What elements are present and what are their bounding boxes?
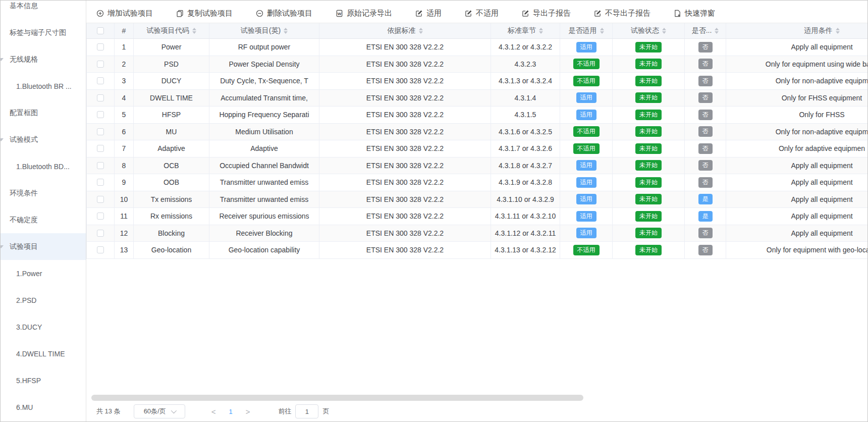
copy-test-item-button[interactable]: 复制试验项目 <box>176 9 233 18</box>
cell-std: ETSI EN 300 328 V2.2.2 <box>319 208 491 225</box>
sidebar-item[interactable]: 试验项目 <box>1 233 86 260</box>
sort-icon[interactable] <box>192 28 196 34</box>
set-not-applicable-button[interactable]: 不适用 <box>465 9 499 18</box>
table-row[interactable]: 9OOBTransmitter unwanted emissETSI EN 30… <box>86 174 867 191</box>
sidebar-item[interactable]: 不确定度 <box>1 206 86 233</box>
sort-icon[interactable] <box>284 28 288 34</box>
sidebar-item[interactable]: 5.HFSP <box>1 367 86 394</box>
table-row[interactable]: 8OCBOccupied Channel BandwidtETSI EN 300… <box>86 157 867 175</box>
sidebar-item[interactable]: 环境条件 <box>1 180 86 206</box>
circle-minus-icon <box>256 10 263 17</box>
row-checkbox[interactable] <box>97 111 104 118</box>
row-checkbox[interactable] <box>97 77 104 84</box>
delete-test-item-button[interactable]: 删除试验项目 <box>256 9 312 18</box>
goto-page-input[interactable] <box>295 404 318 418</box>
sidebar-item[interactable]: 1.Power <box>1 260 86 287</box>
sort-icon[interactable] <box>715 28 719 34</box>
table-row[interactable]: 12BlockingReceiver BlockingETSI EN 300 3… <box>86 225 867 242</box>
sidebar-item[interactable]: 4.DWELL TIME <box>1 340 86 367</box>
row-checkbox[interactable] <box>97 230 104 237</box>
table-row[interactable]: 11Rx emissionsReceiver spurious emission… <box>86 208 867 225</box>
column-header-std[interactable]: 依据标准 <box>319 23 491 38</box>
cell-checkbox <box>86 56 115 73</box>
table-row[interactable]: 5HFSPHopping Frequency SeparatiETSI EN 3… <box>86 107 867 124</box>
sidebar-item[interactable]: 基本信息 <box>1 1 86 19</box>
applicable-badge: 适用 <box>576 177 596 188</box>
row-checkbox[interactable] <box>97 162 104 169</box>
cell-app: 适用 <box>560 157 613 174</box>
cell-clause: 4.3.1.5 <box>491 107 560 123</box>
sidebar-item[interactable]: 3.DUCY <box>1 313 86 340</box>
sort-icon[interactable] <box>662 28 666 34</box>
page-size-select[interactable]: 60条/页 <box>134 404 185 418</box>
status-badge: 未开始 <box>635 245 662 255</box>
cell-app: 不适用 <box>560 56 613 73</box>
sidebar-item[interactable]: 1.Bluetooth BD... <box>1 153 86 180</box>
table-row[interactable]: 1PowerRF output powerETSI EN 300 328 V2.… <box>86 39 867 56</box>
row-checkbox[interactable] <box>97 246 104 253</box>
sidebar-item[interactable]: 配置框图 <box>1 99 86 126</box>
horizontal-scrollbar-thumb[interactable] <box>91 395 583 401</box>
sidebar-item[interactable]: 试验模式 <box>1 126 86 153</box>
status-badge: 未开始 <box>635 126 662 137</box>
prev-page-button[interactable]: < <box>209 407 218 416</box>
toolbar-button-label: 导出子报告 <box>533 9 571 18</box>
goto-label: 前往 <box>278 407 291 416</box>
not-export-sub-report-button[interactable]: 不导出子报告 <box>594 9 650 18</box>
cell-exp: 否 <box>685 90 726 107</box>
sidebar-item[interactable]: 标签与端子尺寸图 <box>1 19 86 46</box>
column-header-code[interactable]: 试验项目代码 <box>134 23 209 38</box>
applicable-badge: 适用 <box>576 92 596 103</box>
row-checkbox[interactable] <box>97 145 104 152</box>
column-header-clause[interactable]: 标准章节 <box>491 23 560 38</box>
sidebar-item[interactable]: 1.Bluetooth BR ... <box>1 73 86 99</box>
cell-name: Duty Cycle, Tx-Sequence, T <box>209 73 319 89</box>
cell-clause: 4.3.1.3 or 4.3.2.4 <box>491 73 560 89</box>
table-row[interactable]: 10Tx emissionsTransmitter unwanted emiss… <box>86 191 867 208</box>
row-checkbox[interactable] <box>97 128 104 135</box>
column-header-name[interactable]: 试验项目(英) <box>209 23 319 38</box>
add-test-item-button[interactable]: 增加试验项目 <box>96 9 153 18</box>
column-header-status[interactable]: 试验状态 <box>613 23 685 38</box>
set-applicable-button[interactable]: 适用 <box>415 9 442 18</box>
row-checkbox[interactable] <box>97 179 104 186</box>
table-row[interactable]: 6MUMedium UtilisationETSI EN 300 328 V2.… <box>86 124 867 141</box>
column-header-app[interactable]: 是否适用 <box>560 23 613 38</box>
export-sub-report-button[interactable]: 导出子报告 <box>522 9 571 18</box>
sort-icon[interactable] <box>600 28 604 34</box>
next-page-button[interactable]: > <box>244 407 252 416</box>
table-row[interactable]: 13Geo-locationGeo-location capabilityETS… <box>86 242 867 259</box>
sidebar-item[interactable]: 6.MU <box>1 394 86 420</box>
column-header-checkbox <box>86 23 115 38</box>
cell-app: 不适用 <box>560 73 613 89</box>
row-checkbox[interactable] <box>97 196 104 203</box>
current-page[interactable]: 1 <box>227 408 234 415</box>
table-row[interactable]: 2PSDPower Special DensityETSI EN 300 328… <box>86 56 867 73</box>
table-row[interactable]: 7AdaptiveAdaptiveETSI EN 300 328 V2.2.24… <box>86 140 867 157</box>
row-checkbox[interactable] <box>97 94 104 101</box>
export-badge: 是 <box>698 194 713 204</box>
column-header-cond[interactable]: 适用条件 <box>726 23 867 38</box>
sidebar-item[interactable]: 2.PSD <box>1 287 86 313</box>
sidebar-item[interactable]: 无线规格 <box>1 46 86 73</box>
caret-down-icon <box>1 138 4 141</box>
row-checkbox[interactable] <box>97 43 104 50</box>
sort-icon[interactable] <box>836 28 840 34</box>
sidebar-item-label: 不确定度 <box>10 216 38 225</box>
select-all-checkbox[interactable] <box>97 27 104 34</box>
applicable-badge: 不适用 <box>573 76 600 86</box>
status-badge: 未开始 <box>635 59 662 69</box>
row-checkbox[interactable] <box>97 213 104 220</box>
table-row[interactable]: 3DUCYDuty Cycle, Tx-Sequence, TETSI EN 3… <box>86 73 867 90</box>
sort-icon[interactable] <box>419 28 423 34</box>
cell-name: Geo-location capability <box>209 242 319 258</box>
cell-num: 11 <box>115 208 134 225</box>
export-badge: 否 <box>698 42 713 52</box>
table-row[interactable]: 4DWELL TIMEAccumulated Transmit time,ETS… <box>86 90 867 107</box>
export-raw-record-button[interactable]: W 原始记录导出 <box>336 9 392 18</box>
cell-exp: 否 <box>685 242 726 258</box>
sort-icon[interactable] <box>539 28 543 34</box>
quick-popup-button[interactable]: 快速弹窗 <box>674 9 715 18</box>
column-header-exp[interactable]: 是否... <box>685 23 726 38</box>
row-checkbox[interactable] <box>97 61 104 68</box>
